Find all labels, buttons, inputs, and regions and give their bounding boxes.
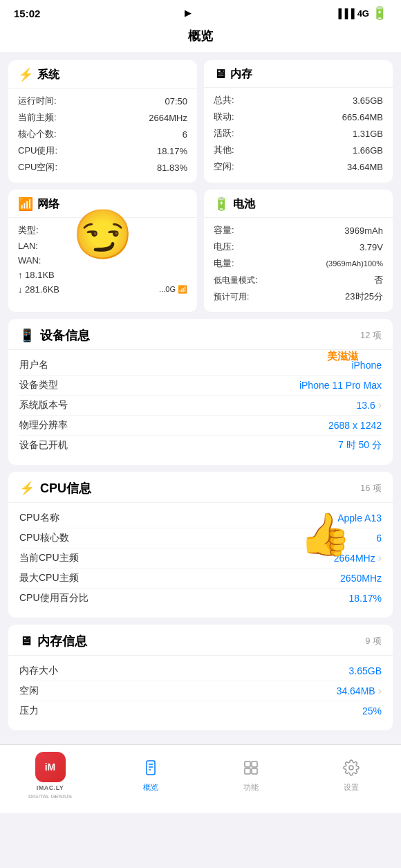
value-group: 2650MHz xyxy=(340,573,382,584)
row-label: 电量: xyxy=(214,257,234,270)
memory-info-title: 内存信息 xyxy=(37,633,87,649)
system-icon: ⚡ xyxy=(18,67,33,82)
system-header: ⚡ 系统 xyxy=(8,60,197,89)
row-value: (3969mAh)100% xyxy=(326,259,383,268)
row-label: 空闲: xyxy=(214,160,234,173)
table-row: 物理分辨率 2688 x 1242 xyxy=(19,416,382,436)
row-label: 设备类型 xyxy=(19,379,58,391)
network-card: 📶 网络 😏 类型: LAN: WAN: ↑ 18.1KB xyxy=(8,190,197,312)
memory-info-header: 🖥 内存信息 9 项 xyxy=(8,625,393,656)
device-header-left: 📱 设备信息 xyxy=(19,327,90,344)
row-label: CPU名称 xyxy=(19,512,59,524)
table-row: 活跃: 1.31GB xyxy=(214,125,383,142)
value-group: 3.65GB xyxy=(349,665,382,676)
table-row: 核心个数: 6 xyxy=(18,126,187,142)
device-info-header: 📱 设备信息 12 项 xyxy=(8,319,393,350)
table-row: 容量: 3969mAh xyxy=(214,222,383,239)
signal-bars: ▐▐▐ xyxy=(335,8,355,19)
row-value: 665.64MB xyxy=(342,112,383,122)
table-row: 预计可用: 23时25分 xyxy=(214,288,383,305)
row-value: 3.65GB xyxy=(353,95,383,106)
top-row: ⚡ 系统 运行时间: 07:50 当前主频: 2664MHz 核心个数: 6 C… xyxy=(8,60,393,183)
row-label: 内存大小 xyxy=(19,665,58,677)
row-value: 1.31GB xyxy=(353,129,383,139)
status-time: 15:02 xyxy=(14,8,40,19)
row-label: CPU使用百分比 xyxy=(19,592,88,604)
row-label: 当前主频: xyxy=(18,111,57,124)
device-info-count: 12 项 xyxy=(360,329,382,342)
battery-card: 🔋 电池 容量: 3969mAh 电压: 3.79V 电量: (3969mAh)… xyxy=(204,190,393,312)
tab-bar: iM IMAC.LY DIGITAL GENIUS 概览 功能 xyxy=(0,744,401,813)
table-row: 类型: xyxy=(18,222,187,239)
memory-icon-big: 🖥 xyxy=(19,634,32,649)
device-info-card: 📱 设备信息 12 项 美滋滋 用户名 iPhone 设备类型 iPhone 1… xyxy=(8,319,393,465)
tab-logo[interactable]: iM IMAC.LY DIGITAL GENIUS xyxy=(0,752,100,800)
tab-settings[interactable]: 设置 xyxy=(301,759,401,793)
table-row: ↑ 18.1KB xyxy=(18,268,187,282)
middle-row: 📶 网络 😏 类型: LAN: WAN: ↑ 18.1KB xyxy=(8,190,393,312)
table-row: CPU空闲: 81.83% xyxy=(18,159,187,176)
chevron-right-icon: › xyxy=(378,399,382,412)
value-group: 25% xyxy=(362,705,382,717)
row-label: 当前CPU主频 xyxy=(19,552,79,564)
battery-icon: 🔋 xyxy=(372,6,387,21)
row-value: 3969mAh xyxy=(344,225,383,236)
value-group: 7 时 50 分 xyxy=(338,439,382,452)
tab-function[interactable]: 功能 xyxy=(200,759,301,793)
table-row: 最大CPU主频 2650MHz xyxy=(19,569,382,589)
memory-title: 内存 xyxy=(230,67,252,82)
battery-header: 🔋 电池 xyxy=(204,190,393,218)
row-value: 否 xyxy=(374,274,383,286)
row-value: 18.17% xyxy=(349,593,382,604)
tab-overview[interactable]: 概览 xyxy=(100,759,200,793)
value-group: 2664MHz › xyxy=(334,552,382,564)
table-row: 空闲: 34.64MB xyxy=(214,158,383,175)
memory-info-body: 内存大小 3.65GB 空闲 34.64MB › 压力 25% xyxy=(8,656,393,730)
table-row[interactable]: 当前CPU主频 2664MHz › xyxy=(19,548,382,569)
network-icon: 📶 xyxy=(18,196,33,212)
cpu-header-left: ⚡ CPU信息 xyxy=(19,480,91,497)
cpu-info-count: 16 项 xyxy=(360,482,382,495)
system-title: 系统 xyxy=(37,68,59,82)
table-row[interactable]: 系统版本号 13.6 › xyxy=(19,396,382,416)
memory-info-count: 9 项 xyxy=(365,635,382,647)
chevron-right-icon: › xyxy=(378,685,382,697)
row-label: CPU空闲: xyxy=(18,161,57,174)
network-type: 4G xyxy=(357,8,369,19)
value-group: 34.64MB › xyxy=(337,685,382,697)
network-header: 📶 网络 xyxy=(8,190,197,218)
battery-body: 容量: 3969mAh 电压: 3.79V 电量: (3969mAh)100% … xyxy=(204,218,393,312)
battery-icon-header: 🔋 xyxy=(214,196,229,212)
row-label: 联动: xyxy=(214,111,234,123)
value-group: 18.17% xyxy=(349,593,382,604)
row-value: ...0G 📶 xyxy=(159,285,187,294)
tab-overview-icon xyxy=(142,759,159,780)
value-group: Apple A13 xyxy=(337,513,382,524)
table-row: 其他: 1.66GB xyxy=(214,142,383,158)
row-label: CPU使用: xyxy=(18,145,57,157)
status-arrow: ▶ xyxy=(185,8,191,18)
row-label: 其他: xyxy=(214,144,234,156)
row-label: 容量: xyxy=(214,224,234,237)
memory-info-card: 🖥 内存信息 9 项 内存大小 3.65GB 空闲 34.64MB › 压力 xyxy=(8,625,393,730)
row-value: 07:50 xyxy=(165,96,187,107)
device-info-body: 美滋滋 用户名 iPhone 设备类型 iPhone 11 Pro Max 系统… xyxy=(8,350,393,465)
row-value: 23时25分 xyxy=(345,290,383,303)
table-row[interactable]: 空闲 34.64MB › xyxy=(19,681,382,701)
row-label: 核心个数: xyxy=(18,128,57,140)
cpu-info-body: 👍 CPU名称 Apple A13 CPU核心数 6 当前CPU主频 2664M… xyxy=(8,503,393,618)
table-row: CPU使用: 18.17% xyxy=(18,142,187,159)
tab-function-label: 功能 xyxy=(243,782,259,793)
network-title: 网络 xyxy=(37,197,59,212)
row-label: 用户名 xyxy=(19,359,48,371)
row-value: 2664MHz xyxy=(334,553,375,564)
svg-point-8 xyxy=(349,766,353,770)
cpu-info-header: ⚡ CPU信息 16 项 xyxy=(8,472,393,503)
imacly-sub: DIGITAL GENIUS xyxy=(28,793,72,800)
device-icon: 📱 xyxy=(19,328,35,343)
table-row: 当前主频: 2664MHz xyxy=(18,109,187,126)
row-value: 2664MHz xyxy=(149,113,187,123)
page-title-bar: 概览 xyxy=(0,24,401,53)
table-row: 压力 25% xyxy=(19,701,382,721)
memory-card: 🖥 内存 总共: 3.65GB 联动: 665.64MB 活跃: 1.31GB … xyxy=(204,60,393,183)
